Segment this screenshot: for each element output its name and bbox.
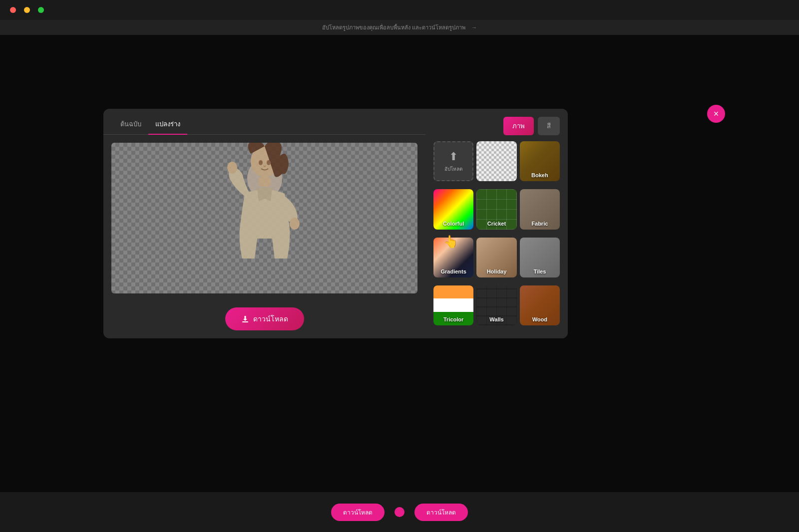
toggle-row: ภาพ สี <box>433 117 560 135</box>
bg-bokeh[interactable]: Bokeh <box>520 141 560 181</box>
toggle-color-btn[interactable]: สี <box>538 117 560 135</box>
bg-tricolor[interactable]: Tricolor <box>433 285 473 325</box>
bg-cricket[interactable]: Cricket <box>476 189 516 229</box>
bg-transparent[interactable] <box>476 141 516 181</box>
person-svg <box>215 143 315 293</box>
app-header <box>0 0 799 20</box>
bottom-download-btn-1[interactable]: ดาวน์โหลด <box>331 504 385 521</box>
bottom-bar: ดาวน์โหลด ดาวน์โหลด <box>0 492 799 532</box>
notification-text: อัปโหลดรูปภาพของคุณเพื่อลบพื้นหลัง และดา… <box>322 23 465 32</box>
left-panel: ต้นฉบับ แปลงร่าง <box>103 109 425 338</box>
bg-walls[interactable]: Walls <box>476 285 516 325</box>
bottom-indicator <box>395 507 404 517</box>
main-modal: ต้นฉบับ แปลงร่าง <box>103 109 568 338</box>
upload-icon: ⬆ <box>449 150 458 163</box>
bg-fabric[interactable]: Fabric <box>520 189 560 229</box>
tab-original[interactable]: ต้นฉบับ <box>113 116 148 134</box>
close-modal-button[interactable]: × <box>707 105 725 123</box>
window-maximize-dot[interactable] <box>38 7 44 13</box>
bg-gradients[interactable]: Gradients <box>433 238 473 277</box>
download-icon <box>241 315 249 323</box>
image-canvas <box>111 143 417 293</box>
svg-point-6 <box>267 160 271 165</box>
toggle-image-btn[interactable]: ภาพ <box>503 117 534 135</box>
bottom-download-btn-2[interactable]: ดาวน์โหลด <box>414 504 468 521</box>
background-grid: ⬆ อัปโหลด Bokeh Colorful Cricket Fabric <box>433 141 560 330</box>
person-figure <box>210 143 320 293</box>
svg-point-4 <box>290 218 300 230</box>
svg-rect-2 <box>259 177 271 187</box>
svg-point-3 <box>227 162 237 174</box>
download-button[interactable]: ดาวน์โหลด <box>225 307 304 330</box>
notification-arrow: → <box>471 24 477 30</box>
tab-edit[interactable]: แปลงร่าง <box>148 116 187 134</box>
window-minimize-dot[interactable] <box>24 7 30 13</box>
svg-rect-7 <box>242 321 248 322</box>
bg-holiday[interactable]: Holiday <box>476 238 516 277</box>
notification-bar: อัปโหลดรูปภาพของคุณเพื่อลบพื้นหลัง และดา… <box>0 20 799 35</box>
download-button-container: ดาวน์โหลด <box>103 301 425 338</box>
window-close-dot[interactable] <box>10 7 16 13</box>
bg-tiles[interactable]: Tiles <box>520 238 560 277</box>
bg-colorful[interactable]: Colorful <box>433 189 473 229</box>
svg-point-5 <box>259 160 263 165</box>
tab-bar: ต้นฉบับ แปลงร่าง <box>103 109 425 135</box>
right-panel: ภาพ สี ⬆ อัปโหลด Bokeh Colorful <box>425 109 568 338</box>
bg-wood[interactable]: Wood <box>520 285 560 325</box>
bg-upload[interactable]: ⬆ อัปโหลด <box>433 141 473 181</box>
